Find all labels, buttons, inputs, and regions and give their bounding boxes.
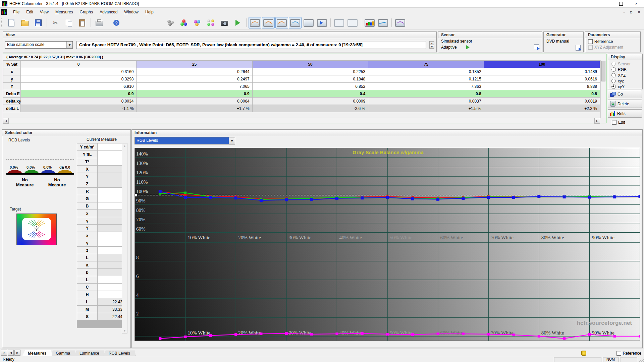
saturation-column-header[interactable]: 100 (484, 61, 600, 68)
tab-gamma[interactable]: Gamma (50, 350, 76, 356)
graph-histogram-button[interactable] (363, 17, 376, 28)
display-radio-rgb[interactable]: RGB (608, 67, 642, 72)
go-button[interactable]: Go (608, 90, 642, 98)
save-button[interactable] (32, 17, 45, 28)
measure-cell[interactable]: +1.5 % (368, 105, 484, 112)
graph-gamma-button[interactable] (262, 17, 275, 28)
paste-button[interactable] (76, 17, 89, 28)
view-select[interactable]: Blue saturation scale ▼ (5, 41, 73, 49)
measure-cell[interactable]: 6.852 (252, 83, 368, 90)
measure-colorchecker-button[interactable] (205, 17, 217, 28)
measure-cell[interactable]: 8.838 (484, 83, 600, 90)
measure-cell[interactable]: 6.910 (21, 83, 137, 90)
mdi-close-icon[interactable]: × (637, 10, 641, 14)
measure-primaries-button[interactable] (178, 17, 191, 28)
chevron-down-icon[interactable]: ▼ (229, 137, 235, 144)
graph-report-button[interactable] (394, 17, 407, 28)
next-tab-icon[interactable]: ▶ (14, 350, 20, 356)
chevron-down-icon[interactable]: ▼ (66, 42, 72, 48)
help-button[interactable]: ? (110, 17, 123, 28)
measure-cell[interactable]: 0.1852 (368, 68, 484, 75)
measure-cell[interactable]: 0.2644 (137, 68, 252, 75)
resize-grip[interactable] (639, 357, 644, 362)
measure-cell[interactable]: 0.3160 (21, 68, 137, 75)
measure-spinner[interactable]: ▲▼ (429, 41, 434, 49)
scroll-left-icon[interactable]: ◀ (3, 118, 9, 124)
saturation-column-header[interactable]: 25 (137, 61, 252, 68)
mdi-minimize-icon[interactable]: – (623, 10, 625, 14)
table-vertical-scrollbar[interactable] (600, 60, 606, 118)
display-radio-xyz[interactable]: xyz (608, 78, 642, 84)
open-file-button[interactable] (18, 17, 31, 28)
tab-luminance[interactable]: Luminance (74, 350, 105, 356)
spin-down-icon[interactable]: ▼ (429, 45, 434, 49)
measure-cell[interactable]: +2.2 % (484, 105, 600, 112)
saturation-column-header[interactable]: 75 (368, 61, 484, 68)
mdi-restore-icon[interactable]: ▫ (630, 10, 633, 14)
measure-cell[interactable]: 0.0037 (368, 98, 484, 105)
menu-item-file[interactable]: File (10, 9, 23, 15)
run-measures-button[interactable] (231, 17, 244, 28)
menu-item-window[interactable]: Window (121, 9, 142, 15)
measure-cell[interactable]: 0.1848 (252, 75, 368, 83)
measure-saturations-button[interactable] (191, 17, 204, 28)
menu-item-help[interactable]: Help (142, 9, 157, 15)
graph-luminance-button[interactable] (333, 17, 345, 28)
measure-cell[interactable]: 0.2497 (137, 75, 252, 83)
measure-cell[interactable]: +1.7 % (137, 105, 252, 112)
menu-item-measures[interactable]: Measures (52, 9, 76, 15)
maximize-button[interactable] (613, 0, 629, 7)
measure-cell[interactable]: 0.3298 (21, 75, 137, 83)
display-radio-xyz[interactable]: XYZ (608, 72, 642, 78)
measure-cell[interactable]: 0.9 (137, 90, 252, 98)
close-button[interactable]: × (629, 0, 644, 7)
graph-nearwhite-button[interactable] (289, 17, 302, 28)
measure-cell[interactable]: 7.065 (137, 83, 252, 90)
delete-button[interactable]: ♻ Delete (608, 100, 642, 108)
measure-cell[interactable]: -2.6 % (252, 105, 368, 112)
cut-button[interactable]: ✂ (49, 17, 62, 28)
graph-tracking-button[interactable] (377, 17, 389, 28)
measure-cell[interactable]: 0.8 (484, 90, 600, 98)
prev-tab-icon[interactable]: ◀ (8, 350, 14, 356)
graph-rgblevels-button[interactable] (302, 17, 315, 28)
edit-checkbox[interactable]: Edit (612, 120, 625, 125)
measure-cell[interactable]: 0.0009 (252, 98, 368, 105)
generator-config-icon[interactable] (576, 45, 581, 51)
print-button[interactable] (93, 17, 106, 28)
new-file-button[interactable] (5, 17, 18, 28)
graph-contrast-button[interactable] (346, 17, 359, 28)
sensor-config-icon[interactable] (534, 44, 539, 50)
measure-cell[interactable]: 0.0616 (484, 75, 600, 83)
measure-cell[interactable]: -1.1 % (21, 105, 137, 112)
minimize-button[interactable] (598, 0, 613, 7)
measure-cell[interactable]: 0.8 (368, 90, 484, 98)
menu-item-view[interactable]: View (37, 9, 52, 15)
measure-cell[interactable]: 0.2253 (252, 68, 368, 75)
graph-grayscale-button[interactable] (249, 17, 261, 28)
table-horizontal-scrollbar[interactable]: ◀ ▶ (3, 118, 600, 123)
measure-cell[interactable]: 0.9 (21, 90, 137, 98)
measure-cell[interactable]: 0.1215 (368, 75, 484, 83)
sensor-setup-button[interactable] (164, 17, 177, 28)
measure-scrollbar[interactable]: ▲ ▼ (122, 143, 127, 334)
scroll-right-icon[interactable]: ▶ (594, 118, 600, 124)
sensor-run-icon[interactable] (466, 45, 470, 49)
measure-cell[interactable]: 7.363 (368, 83, 484, 90)
reference-status-checkbox[interactable]: Reference (616, 351, 641, 356)
menu-item-advanced[interactable]: Advanced (96, 9, 121, 15)
measure-cell[interactable]: 0.0064 (137, 98, 252, 105)
scroll-up-icon[interactable]: ▲ (122, 143, 127, 148)
copy-button[interactable] (62, 17, 75, 28)
saturation-column-header[interactable]: 50 (252, 61, 368, 68)
saturation-column-header[interactable]: 0 (21, 61, 137, 68)
tab-rgb-levels[interactable]: RGB Levels (103, 350, 136, 356)
display-radio-xyy[interactable]: xyY (608, 84, 642, 89)
measure-cell[interactable]: 0.1489 (484, 68, 600, 75)
tab-measures[interactable]: Measures (22, 350, 52, 356)
menu-item-graphs[interactable]: Graphs (76, 9, 96, 15)
capture-button[interactable] (218, 17, 231, 28)
reference-checkbox[interactable]: Reference (588, 39, 638, 44)
menu-item-edit[interactable]: Edit (23, 9, 37, 15)
graph-cie-button[interactable] (316, 17, 328, 28)
